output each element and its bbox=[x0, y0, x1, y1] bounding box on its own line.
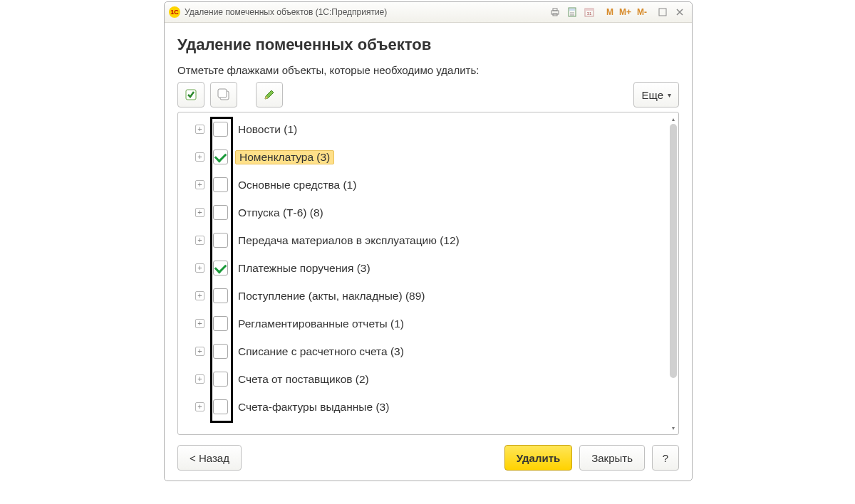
item-label: Передача материалов в эксплуатацию (12) bbox=[235, 233, 462, 248]
item-label: Счета-фактуры выданные (3) bbox=[235, 400, 392, 414]
uncheck-all-button[interactable] bbox=[210, 82, 237, 107]
expand-icon[interactable]: + bbox=[195, 291, 204, 300]
memory-m-button[interactable]: M bbox=[604, 5, 616, 19]
close-button-label: Закрыть bbox=[591, 452, 633, 464]
instruction-text: Отметьте флажками объекты, которые необх… bbox=[177, 64, 679, 76]
app-logo-icon: 1C bbox=[169, 6, 180, 18]
svg-rect-17 bbox=[218, 89, 227, 98]
list-item[interactable]: +Регламентированные отчеты (1) bbox=[178, 310, 667, 337]
back-button-label: < Назад bbox=[190, 452, 229, 464]
svg-rect-14 bbox=[659, 9, 666, 16]
scroll-up-icon[interactable]: ▴ bbox=[670, 115, 677, 122]
list-item[interactable]: +Поступление (акты, накладные) (89) bbox=[178, 282, 667, 310]
list-item[interactable]: +Номенклатура (3) bbox=[178, 143, 667, 171]
help-button[interactable]: ? bbox=[652, 445, 679, 471]
minimize-icon[interactable] bbox=[655, 5, 670, 19]
titlebar: 1C Удаление помеченных объектов (1С:Пред… bbox=[165, 2, 692, 23]
expand-icon[interactable]: + bbox=[195, 125, 204, 134]
window-title: Удаление помеченных объектов (1С:Предпри… bbox=[185, 7, 387, 17]
dialog-content: Удаление помеченных объектов Отметьте фл… bbox=[165, 23, 692, 481]
scroll-down-icon[interactable]: ▾ bbox=[670, 424, 677, 431]
svg-rect-4 bbox=[569, 9, 575, 11]
svg-rect-1 bbox=[553, 9, 557, 11]
item-checkbox[interactable] bbox=[213, 288, 228, 303]
list-item[interactable]: +Основные средства (1) bbox=[178, 171, 667, 199]
list-item[interactable]: +Передача материалов в эксплуатацию (12) bbox=[178, 226, 667, 254]
expand-icon[interactable]: + bbox=[195, 263, 204, 273]
scroll-track[interactable] bbox=[670, 124, 677, 423]
item-checkbox[interactable] bbox=[213, 149, 228, 164]
print-icon[interactable] bbox=[547, 5, 563, 19]
svg-point-10 bbox=[573, 14, 574, 16]
more-menu-button[interactable]: Еще ▾ bbox=[633, 82, 679, 107]
expand-icon[interactable]: + bbox=[195, 180, 204, 189]
list-item[interactable]: +Списание с расчетного счета (3) bbox=[178, 337, 667, 365]
delete-button[interactable]: Удалить bbox=[504, 445, 573, 471]
more-menu-label: Еще bbox=[641, 89, 663, 101]
svg-point-7 bbox=[573, 12, 574, 14]
item-label: Основные средства (1) bbox=[235, 178, 359, 192]
list-item[interactable]: +Счета-фактуры выданные (3) bbox=[178, 393, 667, 421]
dialog-footer: < Назад Удалить Закрыть ? bbox=[177, 445, 679, 471]
item-label: Регламентированные отчеты (1) bbox=[235, 317, 407, 331]
list-item[interactable]: +Счета от поставщиков (2) bbox=[178, 365, 667, 393]
back-button[interactable]: < Назад bbox=[177, 445, 242, 471]
item-label: Поступление (акты, накладные) (89) bbox=[235, 289, 428, 303]
toolbar: Еще ▾ bbox=[177, 82, 679, 107]
item-checkbox[interactable] bbox=[213, 205, 228, 220]
svg-point-8 bbox=[570, 14, 571, 16]
item-label: Платежные поручения (3) bbox=[235, 261, 373, 275]
calendar-icon[interactable]: 31 bbox=[581, 5, 597, 19]
item-checkbox[interactable] bbox=[213, 344, 228, 359]
memory-mplus-button[interactable]: M+ bbox=[617, 5, 633, 19]
expand-icon[interactable]: + bbox=[195, 347, 204, 356]
item-checkbox[interactable] bbox=[213, 316, 228, 331]
svg-point-6 bbox=[571, 12, 573, 14]
expand-icon[interactable]: + bbox=[195, 402, 204, 411]
memory-mminus-button[interactable]: M- bbox=[635, 5, 649, 19]
calculator-icon[interactable] bbox=[564, 5, 580, 19]
item-checkbox[interactable] bbox=[213, 122, 228, 137]
svg-point-5 bbox=[570, 12, 571, 14]
expand-icon[interactable]: + bbox=[195, 319, 204, 328]
list-item[interactable]: +Новости (1) bbox=[178, 115, 667, 143]
item-label: Номенклатура (3) bbox=[235, 150, 334, 164]
expand-icon[interactable]: + bbox=[195, 152, 204, 162]
close-button[interactable]: Закрыть bbox=[579, 445, 645, 471]
expand-icon[interactable]: + bbox=[195, 208, 204, 217]
help-button-label: ? bbox=[663, 452, 668, 464]
edit-button[interactable] bbox=[256, 82, 283, 107]
item-checkbox[interactable] bbox=[213, 233, 228, 248]
item-checkbox[interactable] bbox=[213, 261, 228, 275]
scroll-thumb[interactable] bbox=[670, 124, 677, 378]
list-item[interactable]: +Отпуска (Т-6) (8) bbox=[178, 199, 667, 226]
list-item[interactable]: +Платежные поручения (3) bbox=[178, 254, 667, 282]
chevron-down-icon: ▾ bbox=[668, 91, 671, 99]
item-checkbox[interactable] bbox=[213, 399, 228, 414]
delete-button-label: Удалить bbox=[517, 452, 561, 464]
close-icon[interactable] bbox=[672, 5, 688, 19]
check-all-button[interactable] bbox=[177, 82, 204, 107]
item-label: Счета от поставщиков (2) bbox=[235, 372, 372, 387]
svg-rect-12 bbox=[585, 9, 594, 11]
svg-text:31: 31 bbox=[587, 11, 592, 16]
object-list: +Новости (1)+Номенклатура (3)+Основные с… bbox=[177, 112, 679, 435]
item-label: Отпуска (Т-6) (8) bbox=[235, 206, 326, 220]
item-label: Новости (1) bbox=[235, 122, 300, 137]
svg-point-9 bbox=[571, 14, 573, 16]
item-checkbox[interactable] bbox=[213, 372, 228, 387]
item-label: Списание с расчетного счета (3) bbox=[235, 345, 407, 359]
page-title: Удаление помеченных объектов bbox=[177, 36, 679, 54]
dialog-window: 1C Удаление помеченных объектов (1С:Пред… bbox=[164, 1, 693, 481]
item-checkbox[interactable] bbox=[213, 177, 228, 192]
expand-icon[interactable]: + bbox=[195, 374, 204, 384]
scrollbar[interactable]: ▴ ▾ bbox=[670, 115, 677, 431]
expand-icon[interactable]: + bbox=[195, 236, 204, 245]
